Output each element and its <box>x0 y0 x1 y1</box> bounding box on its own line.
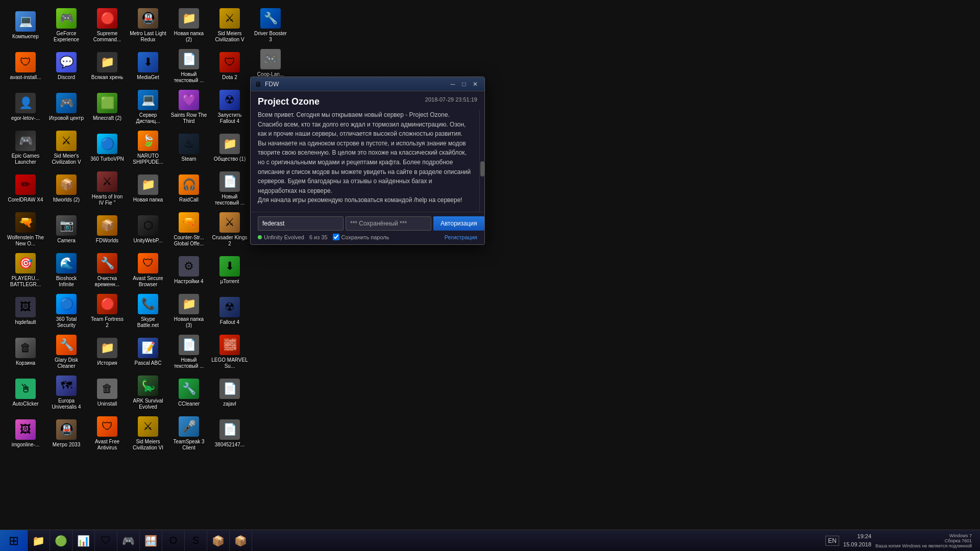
desktop-icon-ochist[interactable]: 🔧Очистка временн... <box>87 250 128 291</box>
desktop-icon-hqdefault[interactable]: 🖼hqdefault <box>5 291 46 332</box>
scrollbar[interactable] <box>479 110 484 212</box>
desktop-icon-bioshock[interactable]: 🌊Bioshock Infinite <box>46 250 87 291</box>
username-input[interactable] <box>258 216 344 231</box>
desktop-icon-avast-install[interactable]: 🛡avast-install... <box>5 46 46 87</box>
desktop-icon-novpapka2[interactable]: 📁Новая папка (2) <box>168 5 209 46</box>
desktop-icon-steam[interactable]: ♨Steam <box>168 128 209 168</box>
auth-button[interactable]: Авторизация <box>433 216 484 231</box>
desktop-icon-team2[interactable]: 🔴Team Fortress 2 <box>87 291 128 332</box>
taskbar-btn-tb-skype[interactable]: S <box>185 530 207 552</box>
desktop-icon-unity[interactable]: ⬡UnityWebP... <box>128 209 168 250</box>
taskbar-btn-tb-green[interactable]: 🟢 <box>50 530 72 552</box>
desktop-icon-camera[interactable]: 📷Camera <box>46 209 87 250</box>
desktop-icon-supreme[interactable]: 🔴Supreme Command... <box>87 5 128 46</box>
desktop-icon-novpapka[interactable]: 📁Новая папка <box>128 168 168 209</box>
desktop-icon-wolfenstein[interactable]: 🔫Wolfenstein The New O... <box>5 209 46 250</box>
save-password-checkbox[interactable] <box>333 234 339 240</box>
ochist-label: Очистка временн... <box>89 276 126 288</box>
desktop-icon-korzina[interactable]: 🗑Корзина <box>5 332 46 372</box>
desktop-icon-uninstall[interactable]: 🗑Uninstall <box>87 372 128 413</box>
istoriya-label: История <box>97 360 117 366</box>
lego-icon: 🧱 <box>219 335 240 355</box>
desktop-icon-ark[interactable]: 🦕ARK Survival Evolved <box>128 372 168 413</box>
password-input[interactable] <box>346 216 431 231</box>
desktop-icon-avastfree[interactable]: 🛡Avast Free Antivirus <box>87 413 128 454</box>
desktop-icon-380[interactable]: 📄380452147... <box>209 413 250 454</box>
desktop-icon-metro2033[interactable]: 🚇Метро 2033 <box>46 413 87 454</box>
desktop-icon-server-dist[interactable]: 💻Сервер Дистанц... <box>128 87 168 128</box>
metro2033-label: Метро 2033 <box>53 442 80 448</box>
desktop-icon-civVI[interactable]: ⚔Sid Meiers Civilization VI <box>128 413 168 454</box>
desktop-icon-counterstrike[interactable]: 🔫Counter-Str... Global Offe... <box>168 209 209 250</box>
maximize-button[interactable]: □ <box>459 80 469 89</box>
taskbar-btn-tb-shield[interactable]: 🛡 <box>95 530 117 552</box>
desktop-icon-raidcall[interactable]: 🎧RaidCall <box>168 168 209 209</box>
desktop-icon-novpapka3[interactable]: 📁Новая папка (3) <box>168 291 209 332</box>
taskbar-btn-tb-ms[interactable]: 🪟 <box>140 530 162 552</box>
korzina-label: Корзина <box>16 360 35 366</box>
desktop-icon-minecraft2[interactable]: 🟩Minecraft (2) <box>87 87 128 128</box>
desktop-icon-egor-letov[interactable]: 👤egor-letov-... <box>5 87 46 128</box>
desktop-icon-zajav[interactable]: 📄zajavl <box>209 372 250 413</box>
desktop-icon-glary[interactable]: 🔧Glary Disk Cleaner <box>46 332 87 372</box>
desktop-icon-metrolast[interactable]: 🚇Metro Last Light Redux <box>128 5 168 46</box>
taskbar-btn-tb-opera[interactable]: O <box>162 530 185 552</box>
desktop-icon-mediaget[interactable]: ⬇MediaGet <box>128 46 168 87</box>
desktop-icon-pascal[interactable]: 📝Pascal ABC <box>128 332 168 372</box>
camera-label: Camera <box>57 238 76 244</box>
desktop-icon-nastroyki4[interactable]: ⚙Настройки 4 <box>168 250 209 291</box>
desktop-icon-geforce[interactable]: 🎮GeForce Experience <box>46 5 87 46</box>
desktop-icon-fallout4[interactable]: ☢Fallout 4 <box>209 291 250 332</box>
desktop-icon-discord[interactable]: 💬Discord <box>46 46 87 87</box>
taskbar-btn-tb-bars[interactable]: 📊 <box>72 530 95 552</box>
desktop-icon-corel[interactable]: ✏CorelDRAW X4 <box>5 168 46 209</box>
desktop-icon-lego[interactable]: 🧱LEGO MARVEL Su... <box>209 332 250 372</box>
desktop-icon-utorrent[interactable]: ⬇µTorrent <box>209 250 250 291</box>
desktop-icon-hoiv[interactable]: ⚔Hearts of Iron IV Fie " <box>87 168 128 209</box>
desktop-icon-zapustit-fallout[interactable]: ☢Запустить Fallout 4 <box>209 87 250 128</box>
desktop-icon-vsyakaya[interactable]: 📁Всякая хрень <box>87 46 128 87</box>
desktop-icon-360sec[interactable]: 🔵360 Total Security <box>46 291 87 332</box>
desktop-icon-saintsrow[interactable]: 💜Saints Row The Third <box>168 87 209 128</box>
taskbar-btn-tb-explorer[interactable]: 📁 <box>28 530 50 552</box>
desktop-icon-driverbooster[interactable]: 🔧Driver Booster 3 <box>250 5 291 46</box>
desktop-icon-obshchestvo[interactable]: 📁Общество (1) <box>209 128 250 168</box>
desktop-icon-skype[interactable]: 📞Skype Battle.net <box>128 291 168 332</box>
desktop-icon-novtxt3[interactable]: 📄Новый текстовый ... <box>209 168 250 209</box>
desktop-icon-pubg[interactable]: 🎯PLAYERU... BATTLEGR... <box>5 250 46 291</box>
desktop-icon-civ5b[interactable]: ⚔Sid Meiers Civilization V <box>209 5 250 46</box>
avastsec-label: Avast Secure Browser <box>130 276 166 288</box>
desktop-icon-igrovoy[interactable]: 🎮Игровой центр <box>46 87 87 128</box>
scroll-thumb[interactable] <box>480 161 484 177</box>
desktop-icon-ccleaner[interactable]: 🔧CCleaner <box>168 372 209 413</box>
desktop-icon-civ5[interactable]: ⚔Sid Meier's Civilization V <box>46 128 87 168</box>
desktop-icon-fdworlds2[interactable]: 📦fdworlds (2) <box>46 168 87 209</box>
desktop-icon-komputer[interactable]: 💻Компьютер <box>5 5 46 46</box>
minimize-button[interactable]: ─ <box>448 80 458 89</box>
desktop-icon-imgonline[interactable]: 🖼imgonline-... <box>5 413 46 454</box>
desktop-icon-epic-games[interactable]: 🎮Epic Games Launcher <box>5 128 46 168</box>
desktop-icon-novtxt2[interactable]: 📄Новый текстовый ... <box>168 332 209 372</box>
language-indicator[interactable]: EN <box>825 536 839 546</box>
desktop-icon-europa[interactable]: 🗺Europa Universalis 4 <box>46 372 87 413</box>
desktop-icon-fdworlds3[interactable]: 📦FDWorlds <box>87 209 128 250</box>
close-button[interactable]: ✕ <box>470 80 480 89</box>
desktop-icon-dota2[interactable]: 🛡Dota 2 <box>209 46 250 87</box>
taskbar-btn-tb-dota[interactable]: 🎮 <box>117 530 140 552</box>
taskbar-btn-tb-stack[interactable]: 📦 <box>207 530 230 552</box>
desktop-icon-avastsec[interactable]: 🛡Avast Secure Browser <box>128 250 168 291</box>
desktop-icon-istoriya[interactable]: 📁История <box>87 332 128 372</box>
start-button[interactable]: ⊞ <box>0 530 28 552</box>
zapustit-fallout-icon: ☢ <box>219 90 240 110</box>
register-link[interactable]: Регистрация <box>445 234 477 240</box>
server-dist-icon: 💻 <box>138 90 158 110</box>
desktop-icon-naruto[interactable]: 🍃NARUTO SHIPPUDE... <box>128 128 168 168</box>
desktop-icon-ts3[interactable]: 🎤TeamSpeak 3 Client <box>168 413 209 454</box>
desktop-icon-autoclicker[interactable]: 🖱AutoClicker <box>5 372 46 413</box>
tb-opera-icon: O <box>169 535 178 546</box>
desktop-icon-crusader[interactable]: ⚔Crusader Kings 2 <box>209 209 250 250</box>
desktop-icon-novtxt[interactable]: 📄Новый текстовый ... <box>168 46 209 87</box>
korzina-icon: 🗑 <box>15 338 36 358</box>
desktop-icon-360turbo[interactable]: 🔵360 TurboVPN <box>87 128 128 168</box>
taskbar-btn-tb-gold[interactable]: 📦 <box>230 530 252 552</box>
